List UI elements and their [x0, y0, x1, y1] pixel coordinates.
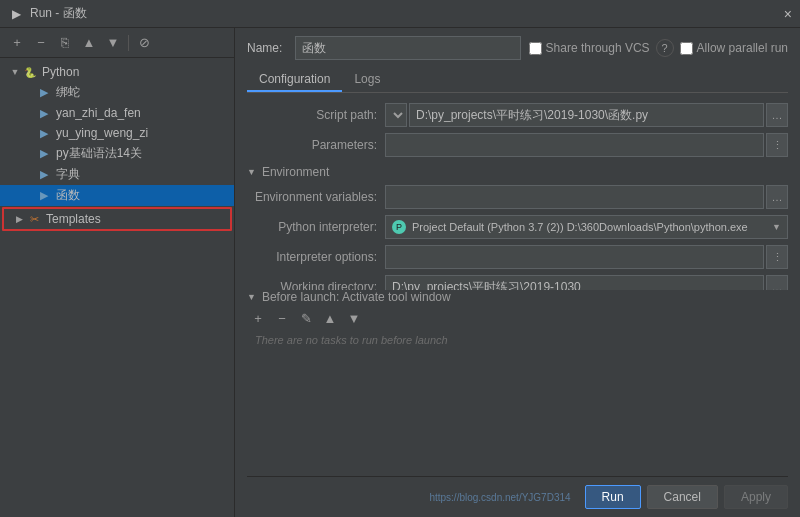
share-vcs-label: Share through VCS — [546, 41, 650, 55]
tree-expand-python[interactable]: ▼ — [8, 67, 22, 77]
config-tree: ▼ 🐍 Python ▶ 绑蛇 ▶ yan_zhi_da_fen — [0, 58, 234, 517]
name-row: Name: Share through VCS ? Allow parallel… — [247, 36, 788, 60]
tree-label-yan: yan_zhi_da_fen — [56, 106, 141, 120]
tree-label-hanshu: 函数 — [56, 187, 80, 204]
sort-button[interactable]: ⊘ — [133, 32, 155, 54]
cancel-button[interactable]: Cancel — [647, 485, 718, 509]
tree-item-yu[interactable]: ▶ yu_ying_weng_zi — [0, 123, 234, 143]
script-path-input[interactable] — [409, 103, 764, 127]
dialog-footer: https://blog.csdn.net/YJG7D314 Run Cance… — [247, 476, 788, 509]
environment-section-label: Environment — [262, 165, 329, 179]
script-path-field-container: … — [385, 103, 788, 127]
dialog-title: Run - 函数 — [30, 5, 87, 22]
allow-parallel-checkbox[interactable] — [680, 42, 693, 55]
before-launch-section: ▼ Before launch: Activate tool window + … — [247, 290, 788, 477]
script-path-row: Script path: … — [247, 103, 788, 127]
app-icon: ▶ — [8, 6, 24, 22]
tree-label-yu: yu_ying_weng_zi — [56, 126, 148, 140]
environment-collapse-icon[interactable]: ▼ — [247, 167, 256, 177]
tree-item-python-root[interactable]: ▼ 🐍 Python — [0, 62, 234, 82]
environment-section-header: ▼ Environment — [247, 165, 788, 179]
remove-config-button[interactable]: − — [30, 32, 52, 54]
config-content: Script path: … Parameters: ⋮ ▼ Env — [247, 103, 788, 290]
before-launch-label: Before launch: Activate tool window — [262, 290, 451, 304]
tree-item-templates[interactable]: ▶ ✂ Templates — [2, 207, 232, 231]
tree-item-dictionary[interactable]: ▶ 字典 — [0, 164, 234, 185]
right-panel: Name: Share through VCS ? Allow parallel… — [235, 28, 800, 517]
before-launch-edit-button[interactable]: ✎ — [295, 308, 317, 330]
before-launch-add-button[interactable]: + — [247, 308, 269, 330]
close-button[interactable]: × — [784, 6, 792, 22]
interpreter-options-browse-button[interactable]: ⋮ — [766, 245, 788, 269]
tree-item-snake[interactable]: ▶ 绑蛇 — [0, 82, 234, 103]
snake-config-icon: ▶ — [36, 85, 52, 101]
pybasics-config-icon: ▶ — [36, 146, 52, 162]
working-directory-label: Working directory: — [247, 280, 377, 290]
tree-label-templates: Templates — [46, 212, 101, 226]
tree-label-snake: 绑蛇 — [56, 84, 80, 101]
env-variables-browse-button[interactable]: … — [766, 185, 788, 209]
working-directory-row: Working directory: … — [247, 275, 788, 290]
allow-parallel-label[interactable]: Allow parallel run — [680, 41, 788, 55]
before-launch-header: ▼ Before launch: Activate tool window — [247, 290, 788, 304]
add-config-button[interactable]: + — [6, 32, 28, 54]
working-directory-field-container: … — [385, 275, 788, 290]
share-vcs-checkbox[interactable] — [529, 42, 542, 55]
parameters-browse-button[interactable]: ⋮ — [766, 133, 788, 157]
script-path-browse-button[interactable]: … — [766, 103, 788, 127]
tree-item-pybasics[interactable]: ▶ py基础语法14关 — [0, 143, 234, 164]
apply-button[interactable]: Apply — [724, 485, 788, 509]
name-input[interactable] — [295, 36, 521, 60]
watermark: https://blog.csdn.net/YJG7D314 — [429, 492, 570, 503]
allow-parallel-text: Allow parallel run — [697, 41, 788, 55]
tree-arrow-templates[interactable]: ▶ — [12, 214, 26, 224]
python-interpreter-label: Python interpreter: — [247, 220, 377, 234]
dict-config-icon: ▶ — [36, 167, 52, 183]
python-interpreter-row: Python interpreter: P Project Default (P… — [247, 215, 788, 239]
working-directory-input[interactable] — [385, 275, 764, 290]
share-help-icon[interactable]: ? — [656, 39, 674, 57]
copy-config-button[interactable]: ⎘ — [54, 32, 76, 54]
env-variables-input[interactable] — [385, 185, 764, 209]
tab-configuration[interactable]: Configuration — [247, 68, 342, 92]
yu-config-icon: ▶ — [36, 125, 52, 141]
tree-label-python: Python — [42, 65, 79, 79]
left-panel: + − ⎘ ▲ ▼ ⊘ ▼ 🐍 Python ▶ 绑蛇 — [0, 28, 235, 517]
tree-item-yan[interactable]: ▶ yan_zhi_da_fen — [0, 103, 234, 123]
before-launch-collapse-icon[interactable]: ▼ — [247, 292, 256, 302]
before-launch-remove-button[interactable]: − — [271, 308, 293, 330]
run-button[interactable]: Run — [585, 485, 641, 509]
parameters-label: Parameters: — [247, 138, 377, 152]
main-container: + − ⎘ ▲ ▼ ⊘ ▼ 🐍 Python ▶ 绑蛇 — [0, 28, 800, 517]
before-launch-down-button[interactable]: ▼ — [343, 308, 365, 330]
tree-item-hanshu[interactable]: ▶ 函数 — [0, 185, 234, 206]
interpreter-dropdown-arrow: ▼ — [772, 222, 781, 232]
move-up-button[interactable]: ▲ — [78, 32, 100, 54]
interpreter-options-input[interactable] — [385, 245, 764, 269]
yan-config-icon: ▶ — [36, 105, 52, 121]
tree-label-pybasics: py基础语法14关 — [56, 145, 142, 162]
python-root-icon: 🐍 — [22, 64, 38, 80]
before-launch-empty-text: There are no tasks to run before launch — [255, 334, 788, 346]
toolbar-separator — [128, 35, 129, 51]
config-tabs: Configuration Logs — [247, 68, 788, 93]
name-options: Share through VCS ? Allow parallel run — [529, 39, 788, 57]
move-down-button[interactable]: ▼ — [102, 32, 124, 54]
env-variables-field-container: … — [385, 185, 788, 209]
interpreter-options-label: Interpreter options: — [247, 250, 377, 264]
parameters-row: Parameters: ⋮ — [247, 133, 788, 157]
working-directory-browse-button[interactable]: … — [766, 275, 788, 290]
interpreter-options-field-container: ⋮ — [385, 245, 788, 269]
templates-icon: ✂ — [26, 211, 42, 227]
name-label: Name: — [247, 41, 287, 55]
python-interpreter-dropdown[interactable]: P Project Default (Python 3.7 (2)) D:\36… — [385, 215, 788, 239]
before-launch-up-button[interactable]: ▲ — [319, 308, 341, 330]
tab-logs[interactable]: Logs — [342, 68, 392, 92]
parameters-input[interactable] — [385, 133, 764, 157]
script-path-label: Script path: — [247, 108, 377, 122]
script-path-dropdown[interactable] — [385, 103, 407, 127]
share-vcs-checkbox-label[interactable]: Share through VCS — [529, 41, 650, 55]
title-bar: ▶ Run - 函数 × — [0, 0, 800, 28]
interpreter-python-icon: P — [392, 220, 406, 234]
hanshu-config-icon: ▶ — [36, 188, 52, 204]
